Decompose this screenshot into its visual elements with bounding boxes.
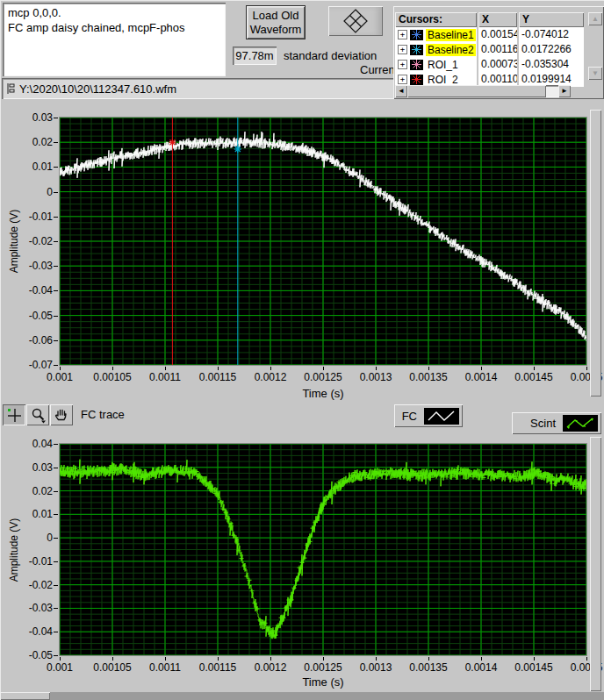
scint-graph-side-strip (590, 437, 601, 691)
tree-expand-icon[interactable]: + (398, 75, 407, 84)
x-tick-label: 0.001 (47, 371, 73, 383)
scroll-up-icon[interactable]: ▲ (588, 12, 602, 25)
horizontal-scroll-thumb[interactable] (407, 85, 546, 97)
cursor-name-label[interactable]: Baseline2 (426, 44, 476, 56)
fc-x-axis-label: Time (s) (302, 387, 343, 400)
crosshair-icon (5, 406, 23, 424)
standard-deviation-label: standard deviation (284, 49, 377, 62)
cursor-legend-table: Cursors: X Y +Baseline10.001542-0.074012… (393, 6, 604, 99)
comment-line-2: FC amp daisy chained, mcpF-phos (8, 20, 220, 35)
cursor-mover-button[interactable] (328, 6, 383, 36)
y-tick-label: 0 (4, 532, 53, 544)
cursor-row-ROI_1[interactable]: +ROI_10.000738-0.035304 (395, 57, 584, 72)
y-tick-label: 0.02 (4, 136, 53, 148)
y-tick-label: 0.02 (4, 485, 53, 497)
cursor-name-label[interactable]: ROI_1 (426, 59, 460, 71)
cursor-x-value[interactable]: 0.000738 (478, 57, 517, 72)
y-tick-label: 0.01 (4, 161, 53, 173)
x-tick-label: 0.00135 (409, 661, 447, 674)
cursor-marker-ROI_2[interactable] (169, 139, 176, 146)
comment-text-box[interactable]: mcp 0,0,0. FC amp daisy chained, mcpF-ph… (3, 3, 226, 76)
cursor-x-value[interactable]: 0.001542 (478, 27, 517, 42)
x-tick-label: 0.00145 (514, 371, 552, 383)
cursor-table-horizontal-scrollbar[interactable]: ◄ ► (395, 85, 571, 97)
x-tick-label: 0.0011 (149, 371, 181, 383)
bottom-edge-block (0, 692, 50, 700)
cursor-y-value[interactable]: 0.0172266 (519, 42, 584, 57)
cursor-name-label[interactable]: Baseline1 (426, 29, 476, 41)
cursor-row-Baseline2[interactable]: +Baseline20.0011690.0172266 (395, 42, 584, 57)
cursor-table-header-y: Y (519, 12, 584, 27)
x-tick-label: 0.00145 (514, 661, 552, 674)
cursor-name-cell: +Baseline1 (395, 27, 477, 42)
cursor-row-Baseline1[interactable]: +Baseline10.001542-0.074012 (395, 27, 584, 42)
standard-deviation-value: 97.78m (233, 46, 277, 65)
cursor-table-header: Cursors: X Y (395, 12, 586, 27)
cursor-table-header-name: Cursors: (395, 12, 477, 27)
x-tick-label: 0.0012 (255, 371, 287, 383)
load-old-waveform-label: Load Old Waveform (247, 9, 305, 37)
cursor-style-icon[interactable] (410, 45, 423, 55)
y-tick-label: -0.04 (4, 625, 53, 638)
y-tick-label: 0 (4, 186, 53, 198)
cursor-marker-Baseline2[interactable] (234, 146, 241, 153)
cursor-name-cell: +ROI_1 (395, 57, 477, 72)
cursor-x-value[interactable]: 0.001169 (478, 42, 517, 57)
tree-expand-icon[interactable]: + (398, 30, 407, 39)
cursor-y-value[interactable]: -0.074012 (519, 27, 584, 42)
scint-x-axis-label: Time (s) (302, 675, 343, 689)
tree-expand-icon[interactable]: + (398, 45, 407, 54)
y-tick-label: -0.02 (4, 579, 53, 591)
fc-legend-chip (424, 408, 459, 425)
scint-plot-area[interactable] (60, 444, 586, 655)
scint-legend-line-icon (565, 417, 595, 430)
cursor-table-vertical-scrollbar[interactable]: ▲ ▼ (588, 12, 602, 93)
fc-plot-legend[interactable]: FC (394, 404, 463, 427)
y-tick-label: 0.04 (4, 438, 53, 450)
cursor-y-value[interactable]: -0.035304 (519, 57, 584, 72)
scroll-right-icon[interactable]: ► (558, 85, 571, 97)
cursor-style-icon[interactable] (410, 30, 423, 40)
scint-x-axis-ticks: 0.0010.001050.00110.001150.00120.001250.… (0, 657, 604, 673)
x-tick-label: 0.0013 (360, 371, 392, 383)
x-tick-label: 0.00135 (409, 371, 447, 383)
scroll-left-icon[interactable]: ◄ (395, 85, 407, 97)
cursor-style-icon[interactable] (410, 75, 423, 85)
x-tick-label: 0.0014 (465, 661, 498, 674)
labview-front-panel: mcp 0,0,0. FC amp daisy chained, mcpF-ph… (0, 0, 604, 700)
fc-legend-line-icon (427, 410, 457, 423)
zoom-tool-button[interactable] (26, 404, 49, 425)
graph-tool-palette (3, 404, 73, 426)
x-tick-label: 0.001 (47, 661, 73, 674)
x-tick-label: 0.0013 (360, 661, 392, 674)
scroll-down-icon[interactable]: ▼ (588, 67, 602, 80)
x-tick-label: 0.0014 (465, 371, 498, 383)
x-tick-label: 0.0011 (149, 661, 181, 674)
current-wfm-path-field[interactable]: Y:\2020\10\20\112347.610.wfm (2, 78, 428, 99)
fc-plot-area[interactable] (60, 118, 586, 365)
y-tick-label: -0.04 (4, 284, 53, 296)
scint-legend-label: Scint (530, 417, 556, 430)
load-old-waveform-button[interactable]: Load Old Waveform (246, 5, 306, 39)
y-tick-label: -0.05 (4, 310, 53, 322)
y-tick-label: -0.03 (4, 260, 53, 272)
scint-plot-legend[interactable]: Scint (512, 412, 601, 434)
diamond-icon (342, 8, 369, 34)
y-tick-label: -0.02 (4, 235, 53, 247)
y-tick-label: -0.01 (4, 211, 53, 223)
x-tick-label: 0.00115 (199, 371, 237, 383)
cursor-style-icon[interactable] (410, 60, 423, 70)
y-tick-label: 0.03 (4, 461, 53, 474)
fc-y-axis-ticks: 0.030.020.010-0.01-0.02-0.03-0.04-0.05-0… (0, 118, 59, 365)
scint-y-axis-ticks: 0.040.030.020.010-0.01-0.02-0.03-0.04-0.… (0, 444, 59, 655)
y-tick-label: -0.06 (4, 334, 53, 346)
x-tick-label: 0.00115 (199, 661, 237, 674)
fc-x-axis-ticks: 0.0010.001050.00110.001150.00120.001250.… (0, 367, 604, 382)
x-tick-label: 0.00105 (93, 661, 131, 674)
cursor-tool-button[interactable] (3, 404, 25, 425)
cursor-name-label[interactable]: ROI_2 (426, 74, 460, 86)
tree-expand-icon[interactable]: + (398, 60, 407, 69)
x-tick-label: 0.00125 (304, 371, 342, 383)
pan-tool-button[interactable] (50, 404, 73, 425)
y-tick-label: -0.01 (4, 555, 53, 568)
